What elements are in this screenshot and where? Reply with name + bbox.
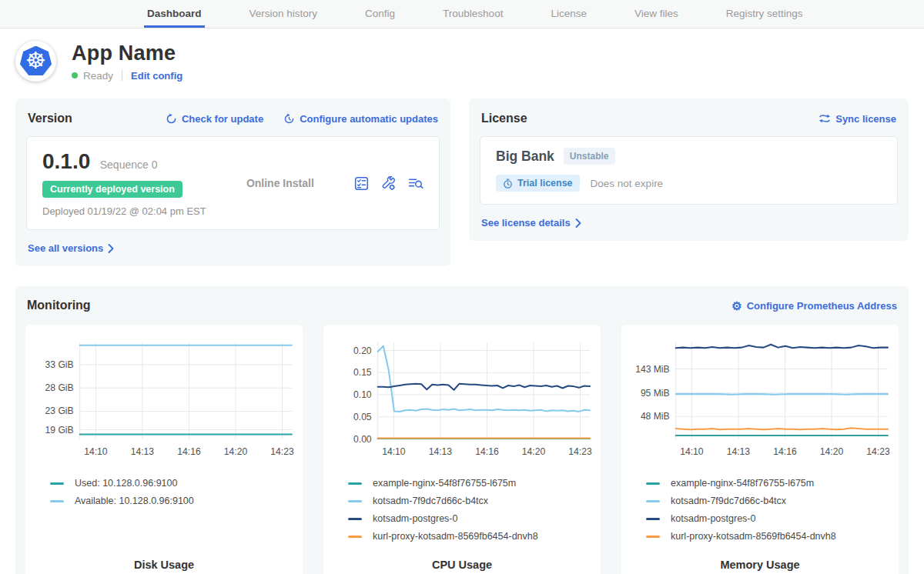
svg-text:14:16: 14:16 — [773, 446, 797, 457]
legend-item: kurl-proxy-kotsadm-8569fb6454-dnvh8 — [646, 531, 892, 542]
version-card: Version Check for update Configure autom… — [15, 98, 450, 266]
svg-text:14:13: 14:13 — [429, 446, 453, 457]
config-wrench-icon[interactable] — [381, 176, 396, 191]
configure-prometheus-button[interactable]: ⚙ Configure Prometheus Address — [732, 300, 897, 312]
legend-dash-icon — [646, 536, 660, 538]
version-number: 0.1.0 — [42, 149, 90, 173]
legend-label: kotsadm-7f9dc7d66c-b4tcx — [671, 496, 786, 506]
divider — [122, 70, 122, 81]
cpu-usage-legend: example-nginx-54f8f76755-l675mkotsadm-7f… — [330, 465, 594, 549]
legend-label: kotsadm-7f9dc7d66c-b4tcx — [373, 496, 488, 506]
chart-card-memory-usage: 14:1014:1314:1614:2014:23143 MiB95 MiB48… — [621, 325, 899, 574]
legend-label: kurl-proxy-kotsadm-8569fb6454-dnvh8 — [671, 531, 836, 542]
svg-text:14:20: 14:20 — [224, 446, 248, 457]
app-status: Ready — [83, 70, 113, 82]
legend-item: kotsadm-postgres-0 — [348, 513, 594, 524]
install-type-label: Online Install — [246, 177, 314, 189]
svg-text:0.10: 0.10 — [353, 389, 372, 400]
legend-label: example-nginx-54f8f76755-l675m — [373, 478, 516, 489]
svg-text:0.20: 0.20 — [353, 345, 372, 356]
legend-dash-icon — [646, 518, 660, 520]
monitoring-title: Monitoring — [27, 299, 91, 312]
svg-text:0.05: 0.05 — [353, 412, 372, 422]
gear-icon: ⚙ — [732, 300, 742, 312]
svg-text:14:13: 14:13 — [131, 446, 155, 457]
svg-text:14:23: 14:23 — [866, 446, 890, 457]
license-title: License — [481, 112, 527, 125]
channel-badge: Unstable — [564, 148, 615, 165]
svg-text:19 GiB: 19 GiB — [45, 425, 74, 436]
svg-text:14:23: 14:23 — [568, 446, 592, 457]
sync-license-button[interactable]: Sync license — [819, 113, 896, 125]
legend-dash-icon — [348, 482, 362, 485]
page-title: App Name — [72, 42, 182, 65]
svg-text:143 MiB: 143 MiB — [635, 364, 669, 375]
chart-title: Disk Usage — [32, 559, 296, 574]
legend-dash-icon — [50, 500, 64, 502]
svg-text:14:13: 14:13 — [727, 446, 751, 457]
legend-label: Used: 10.128.0.96:9100 — [75, 478, 177, 489]
refresh-icon — [166, 113, 177, 125]
configure-automatic-updates-button[interactable]: Configure automatic updates — [283, 113, 438, 125]
legend-label: kotsadm-postgres-0 — [671, 513, 755, 524]
legend-dash-icon — [348, 500, 362, 502]
check-for-update-button[interactable]: Check for update — [166, 113, 263, 125]
top-nav: DashboardVersion historyConfigTroublesho… — [0, 0, 924, 28]
license-card: License Sync license Big Bank Unstable T… — [469, 98, 909, 241]
svg-text:14:20: 14:20 — [820, 446, 844, 457]
deployed-badge: Currently deployed version — [42, 181, 182, 198]
chart-title: Memory Usage — [628, 559, 892, 574]
app-logo: ☸ — [15, 41, 56, 82]
expiry-text: Does not expire — [591, 178, 664, 189]
version-title: Version — [28, 112, 72, 125]
legend-item: kurl-proxy-kotsadm-8569fb6454-dnvh8 — [348, 531, 594, 542]
legend-dash-icon — [646, 482, 660, 485]
see-license-details-link[interactable]: See license details — [481, 217, 581, 229]
svg-text:14:16: 14:16 — [475, 446, 499, 457]
legend-item: kotsadm-postgres-0 — [646, 513, 892, 524]
legend-item: Available: 10.128.0.96:9100 — [50, 496, 296, 506]
svg-text:33 GiB: 33 GiB — [45, 359, 74, 370]
legend-label: kotsadm-postgres-0 — [373, 513, 457, 524]
svg-text:23 GiB: 23 GiB — [45, 405, 74, 416]
legend-item: kotsadm-7f9dc7d66c-b4tcx — [348, 496, 594, 506]
view-logs-icon[interactable] — [408, 176, 424, 191]
legend-dash-icon — [50, 482, 64, 485]
chart-title: CPU Usage — [330, 559, 594, 574]
svg-text:0.00: 0.00 — [353, 434, 372, 445]
svg-text:14:10: 14:10 — [680, 446, 704, 457]
legend-item: example-nginx-54f8f76755-l675m — [646, 478, 892, 489]
kubernetes-icon: ☸ — [20, 46, 52, 77]
monitoring-section: Monitoring ⚙ Configure Prometheus Addres… — [15, 286, 909, 574]
svg-text:48 MiB: 48 MiB — [641, 411, 670, 422]
tab-troubleshoot[interactable]: Troubleshoot — [440, 0, 506, 28]
deployed-timestamp: Deployed 01/19/22 @ 02:04 pm EST — [42, 205, 206, 217]
preflight-checks-icon[interactable] — [354, 176, 369, 191]
app-header: ☸ App Name Ready Edit config — [0, 28, 924, 92]
tab-dashboard[interactable]: Dashboard — [144, 0, 205, 28]
tab-view-files[interactable]: View files — [631, 0, 681, 28]
legend-label: example-nginx-54f8f76755-l675m — [671, 478, 814, 489]
tab-version-history[interactable]: Version history — [246, 0, 321, 28]
chart-card-cpu-usage: 14:1014:1314:1614:2014:230.200.150.100.0… — [323, 325, 601, 574]
chevron-right-icon — [575, 219, 581, 228]
disk-usage-plot[interactable]: 14:1014:1314:1614:2014:2333 GiB28 GiB23 … — [32, 332, 296, 465]
chart-card-disk-usage: 14:1014:1314:1614:2014:2333 GiB28 GiB23 … — [25, 325, 303, 574]
cpu-usage-plot[interactable]: 14:1014:1314:1614:2014:230.200.150.100.0… — [330, 332, 594, 465]
legend-dash-icon — [348, 536, 362, 538]
tab-config[interactable]: Config — [362, 0, 398, 28]
legend-dash-icon — [646, 500, 660, 502]
svg-text:14:16: 14:16 — [177, 446, 201, 457]
see-all-versions-link[interactable]: See all versions — [28, 242, 114, 254]
memory-usage-legend: example-nginx-54f8f76755-l675mkotsadm-7f… — [628, 465, 892, 549]
legend-dash-icon — [348, 518, 362, 520]
memory-usage-plot[interactable]: 14:1014:1314:1614:2014:23143 MiB95 MiB48… — [628, 332, 892, 465]
customer-name: Big Bank — [496, 149, 554, 165]
edit-config-link[interactable]: Edit config — [131, 70, 182, 82]
tab-license[interactable]: License — [547, 0, 590, 28]
stopwatch-icon — [503, 179, 513, 189]
tab-registry-settings[interactable]: Registry settings — [723, 0, 806, 28]
status-dot-icon — [72, 72, 78, 78]
version-info: 0.1.0 Sequence 0 Currently deployed vers… — [42, 149, 206, 217]
svg-text:28 GiB: 28 GiB — [45, 382, 74, 393]
